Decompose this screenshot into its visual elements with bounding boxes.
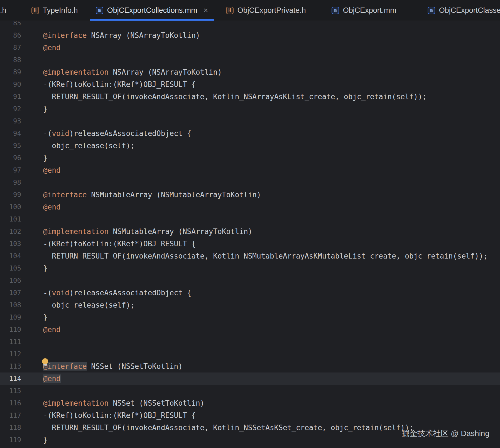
tab-objcexportprivate-h[interactable]: HObjCExportPrivate.h — [219, 0, 313, 21]
line-number[interactable]: 92 — [0, 105, 42, 113]
line-number[interactable]: 94 — [0, 130, 42, 137]
code-text: @end — [42, 325, 61, 334]
line-number[interactable]: 115 — [0, 387, 42, 395]
code-line[interactable]: 117-(KRef)toKotlin:(KRef*)OBJ_RESULT { — [0, 409, 500, 422]
line-number[interactable]: 87 — [0, 44, 42, 52]
code-line[interactable]: 104 RETURN_RESULT_OF(invokeAndAssociate,… — [0, 250, 500, 262]
code-text: @implementation NSArray (NSArrayToKotlin… — [42, 68, 222, 76]
line-number[interactable]: 106 — [0, 277, 42, 284]
code-line[interactable]: 93 — [0, 115, 500, 127]
line-number[interactable]: 101 — [0, 215, 42, 223]
code-line[interactable]: 90-(KRef)toKotlin:(KRef*)OBJ_RESULT { — [0, 78, 500, 91]
line-number[interactable]: 100 — [0, 203, 42, 211]
code-token: )releaseAsAssociatedObject { — [69, 289, 191, 297]
code-line[interactable]: 87@end — [0, 42, 500, 54]
code-text: -(void)releaseAsAssociatedObject { — [42, 129, 191, 138]
code-line[interactable]: 96} — [0, 152, 500, 164]
code-line[interactable]: 112 — [0, 348, 500, 360]
code-line[interactable]: 106 — [0, 274, 500, 287]
line-number[interactable]: 103 — [0, 240, 42, 248]
code-line[interactable]: 111 — [0, 336, 500, 348]
line-number[interactable]: 93 — [0, 117, 42, 125]
intention-bulb-icon[interactable] — [42, 358, 48, 364]
code-line[interactable]: 102@implementation NSMutableArray (NSArr… — [0, 225, 500, 238]
line-number[interactable]: 119 — [0, 436, 42, 444]
code-token: objc_release(self); — [43, 142, 135, 150]
code-line[interactable]: 85 — [0, 21, 500, 29]
code-line[interactable]: 99@interface NSMutableArray (NSMutableAr… — [0, 189, 500, 201]
line-number[interactable]: 105 — [0, 264, 42, 272]
close-icon[interactable]: × — [204, 6, 208, 14]
code-line[interactable]: 95 objc_release(self); — [0, 140, 500, 152]
tab-label: ObjCExportCollections.mm — [107, 6, 197, 15]
line-number[interactable]: 89 — [0, 68, 42, 76]
line-number[interactable]: 104 — [0, 252, 42, 260]
line-number[interactable]: 107 — [0, 289, 42, 297]
line-number[interactable]: 97 — [0, 166, 42, 174]
line-number[interactable]: 91 — [0, 93, 42, 101]
code-line[interactable]: 92} — [0, 103, 500, 115]
line-number[interactable]: 117 — [0, 412, 42, 419]
line-number[interactable]: 88 — [0, 56, 42, 64]
code-line[interactable]: 98 — [0, 176, 500, 189]
tab-typeinfo-h[interactable]: HTypeInfo.h — [24, 0, 85, 21]
keyword-token: @end — [43, 203, 61, 211]
line-number[interactable]: 99 — [0, 191, 42, 199]
line-number[interactable]: 118 — [0, 424, 42, 432]
code-line[interactable]: 107-(void)releaseAsAssociatedObject { — [0, 287, 500, 299]
code-token: -( — [43, 129, 52, 138]
code-text: RETURN_RESULT_OF(invokeAndAssociate, Kot… — [42, 423, 414, 432]
line-number[interactable]: 116 — [0, 399, 42, 407]
line-number[interactable]: 112 — [0, 350, 42, 358]
code-line[interactable]: 108 objc_release(self); — [0, 299, 500, 311]
line-number[interactable]: 102 — [0, 228, 42, 235]
line-number[interactable]: 110 — [0, 326, 42, 333]
tab--h[interactable]: .h — [0, 0, 13, 21]
watermark: 掘金技术社区 @ Dashing — [402, 428, 489, 439]
code-line[interactable]: 105} — [0, 262, 500, 274]
keyword-token: @end — [43, 166, 61, 174]
code-line[interactable]: 94-(void)releaseAsAssociatedObject { — [0, 127, 500, 140]
code-text: @interface NSArray (NSArrayToKotlin) — [42, 31, 200, 40]
tab-objcexportclasses-[interactable]: mObjCExportClasses. — [420, 0, 500, 21]
line-number[interactable]: 108 — [0, 301, 42, 309]
code-line[interactable]: 97@end — [0, 164, 500, 176]
code-token: NSSet (NSSetToKotlin) — [87, 362, 183, 371]
objc-file-icon: m — [96, 7, 103, 14]
line-number[interactable]: 85 — [0, 21, 42, 27]
tab-objcexport-mm[interactable]: mObjCExport.mm — [324, 0, 404, 21]
code-token: NSSet (NSSetToKotlin) — [109, 399, 204, 407]
code-text: @end — [42, 203, 61, 211]
line-number[interactable]: 96 — [0, 154, 42, 162]
code-editor[interactable]: 8586@interface NSArray (NSArrayToKotlin)… — [0, 21, 500, 447]
line-number[interactable]: 111 — [0, 338, 42, 346]
code-line[interactable]: 113@interface NSSet (NSSetToKotlin) — [0, 360, 500, 372]
keyword-token: @implementation — [43, 399, 109, 407]
code-line[interactable]: 114@end — [0, 372, 500, 385]
line-number[interactable]: 90 — [0, 81, 42, 88]
code-line[interactable]: 101 — [0, 213, 500, 225]
code-line[interactable]: 115 — [0, 385, 500, 397]
code-line[interactable]: 100@end — [0, 201, 500, 213]
code-line[interactable]: 110@end — [0, 323, 500, 336]
keyword-token: @interface — [43, 191, 87, 199]
code-line[interactable]: 89@implementation NSArray (NSArrayToKotl… — [0, 66, 500, 78]
code-token: -(KRef)toKotlin:(KRef*)OBJ_RESULT { — [43, 411, 196, 420]
code-line[interactable]: 103-(KRef)toKotlin:(KRef*)OBJ_RESULT { — [0, 238, 500, 250]
code-line[interactable]: 86@interface NSArray (NSArrayToKotlin) — [0, 29, 500, 42]
line-number[interactable]: 114 — [0, 375, 42, 383]
keyword-token: void — [52, 129, 69, 138]
objc-file-icon: m — [332, 7, 339, 14]
code-line[interactable]: 88 — [0, 54, 500, 66]
tab-label: ObjCExportClasses. — [439, 6, 500, 15]
line-number[interactable]: 95 — [0, 142, 42, 150]
line-number[interactable]: 86 — [0, 31, 42, 39]
line-number[interactable]: 109 — [0, 313, 42, 321]
code-line[interactable]: 91 RETURN_RESULT_OF(invokeAndAssociate, … — [0, 91, 500, 103]
code-text: } — [42, 264, 48, 272]
line-number[interactable]: 98 — [0, 179, 42, 186]
tab-objcexportcollections-mm[interactable]: mObjCExportCollections.mm× — [89, 0, 215, 21]
code-line[interactable]: 116@implementation NSSet (NSSetToKotlin) — [0, 397, 500, 409]
code-line[interactable]: 109} — [0, 311, 500, 323]
line-number[interactable]: 113 — [0, 362, 42, 370]
